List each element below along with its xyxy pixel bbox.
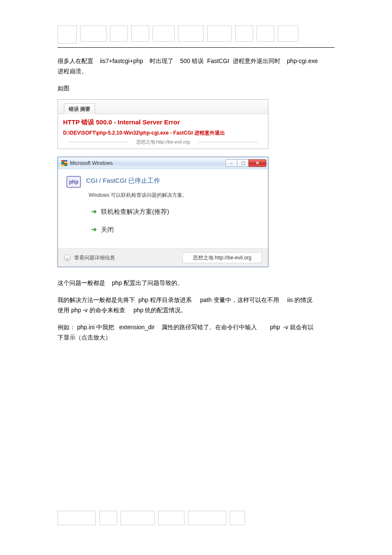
placeholder-box xyxy=(110,26,128,42)
dialog-option-online[interactable]: ➔ 联机检查解决方案(推荐) xyxy=(91,207,259,217)
placeholder-box xyxy=(278,26,298,42)
option-label: 联机检查解决方案(推荐) xyxy=(101,207,169,217)
placeholder-box xyxy=(80,26,107,42)
details-link[interactable]: 查看问题详细信息 xyxy=(74,254,115,262)
text: 这个问题一般都是 php 配置出了问题导致的。 xyxy=(58,279,183,286)
php-icon: php xyxy=(66,176,81,188)
error-path: D:\DEV\SOFT\php-5.2.10-Win32\php-cgi.exe… xyxy=(63,129,263,137)
top-boxes xyxy=(58,26,334,48)
error-footer: 思想之地 http://be-evil.org xyxy=(63,138,263,146)
text: 使用 php -v 的命令来检查 php 统的配置情况。 xyxy=(58,307,187,313)
chevron-down-icon[interactable]: ⌄ xyxy=(64,254,71,261)
error-tab-bar: 错误 摘要 xyxy=(58,100,268,114)
paragraph-solution: 我的解决方法一般都是先将下 php 程序目录放进系 path 变量中，这样可以在… xyxy=(58,294,334,316)
dialog-heading-row: php CGI / FastCGI 已停止工作 xyxy=(66,176,259,188)
text: 很多人在配置 iis7+fastcgi+php 时出现了 500 错误 Fast… xyxy=(58,58,318,64)
windows-dialog: Microsoft Windows – ▢ ✕ php CGI / FastCG… xyxy=(58,157,268,267)
placeholder-box xyxy=(230,511,245,519)
placeholder-box xyxy=(158,511,184,519)
text: 例如： php.ini 中我把 extension_dir 属性的路径写错了。在… xyxy=(58,324,314,331)
option-label: 关闭 xyxy=(101,225,114,235)
placeholder-box xyxy=(121,511,155,519)
bottom-boxes xyxy=(58,511,245,519)
paragraph-intro: 很多人在配置 iis7+fastcgi+php 时出现了 500 错误 Fast… xyxy=(58,55,334,78)
text: 下显示（点击放大） xyxy=(58,334,111,341)
dialog-footer: ⌄ 查看问题详细信息 思想之地 http://be-evil.org xyxy=(58,248,268,267)
placeholder-box xyxy=(131,26,149,42)
paragraph-cause: 这个问题一般都是 php 配置出了问题导致的。 xyxy=(58,277,334,289)
windows-icon xyxy=(61,160,67,166)
dialog-heading: CGI / FastCGI 已停止工作 xyxy=(86,176,160,186)
error-tab[interactable]: 错误 摘要 xyxy=(64,103,95,114)
text: 如图 xyxy=(58,85,69,92)
paragraph-img-label: 如图 xyxy=(58,83,334,95)
dialog-titlebar[interactable]: Microsoft Windows – ▢ ✕ xyxy=(58,157,268,169)
arrow-icon: ➔ xyxy=(91,224,97,235)
placeholder-box xyxy=(153,26,175,42)
placeholder-box xyxy=(235,26,253,42)
error-summary-block: 错误 摘要 HTTP 错误 500.0 - Internal Server Er… xyxy=(58,99,268,149)
paragraph-example: 例如： php.ini 中我把 extension_dir 属性的路径写错了。在… xyxy=(58,322,334,344)
dialog-title: Microsoft Windows xyxy=(70,159,113,167)
minimize-button[interactable]: – xyxy=(225,159,237,167)
arrow-icon: ➔ xyxy=(91,207,97,217)
placeholder-box xyxy=(58,26,77,43)
window-controls: – ▢ ✕ xyxy=(226,159,266,167)
dialog-option-close[interactable]: ➔ 关闭 xyxy=(91,224,259,235)
dialog-subtext: Windows 可以联机检查该问题的解决方案。 xyxy=(89,191,259,199)
dialog-body: php CGI / FastCGI 已停止工作 Windows 可以联机检查该问… xyxy=(58,169,268,248)
error-body: HTTP 错误 500.0 - Internal Server Error D:… xyxy=(58,114,268,146)
placeholder-box xyxy=(257,26,274,42)
text: 我的解决方法一般都是先将下 php 程序目录放进系 path 变量中，这样可以在… xyxy=(58,296,312,303)
placeholder-box xyxy=(207,26,232,42)
close-button[interactable]: ✕ xyxy=(248,159,266,167)
maximize-button[interactable]: ▢ xyxy=(237,159,249,167)
brand-label: 思想之地 http://be-evil.org xyxy=(182,252,262,263)
placeholder-box xyxy=(178,26,204,42)
placeholder-box xyxy=(188,511,226,519)
placeholder-box xyxy=(99,511,117,519)
placeholder-box xyxy=(58,511,96,519)
error-title: HTTP 错误 500.0 - Internal Server Error xyxy=(63,118,263,127)
text: 进程崩溃。 xyxy=(58,68,87,75)
